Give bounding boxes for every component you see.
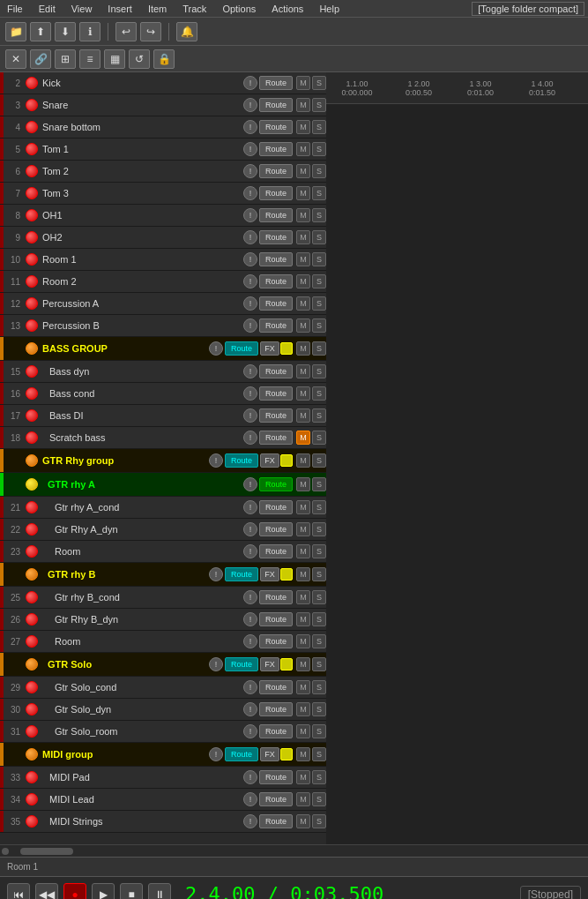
solo-button[interactable]: S <box>312 702 326 716</box>
solo-button[interactable]: S <box>312 230 326 244</box>
solo-button[interactable]: S <box>312 544 326 558</box>
track-record-button[interactable] <box>26 409 38 422</box>
mute-button[interactable]: M <box>296 500 310 514</box>
route-button[interactable]: Route <box>259 76 293 90</box>
solo-button[interactable]: S <box>312 364 326 378</box>
solo-button[interactable]: S <box>312 500 326 514</box>
solo-button[interactable]: S <box>312 408 326 423</box>
menu-track[interactable]: Track <box>179 4 210 14</box>
track-record-button[interactable] <box>26 297 38 310</box>
mute-button[interactable]: M <box>296 186 310 200</box>
route-button[interactable]: Route <box>259 208 293 222</box>
track-record-button[interactable] <box>26 431 38 444</box>
track-record-button[interactable] <box>26 143 38 155</box>
solo-button[interactable]: S <box>312 657 326 671</box>
solo-button[interactable]: S <box>312 318 326 333</box>
track-info-button[interactable]: ! <box>243 702 257 716</box>
toolbar-redo[interactable]: ↪ <box>140 22 161 41</box>
route-button[interactable]: Route <box>259 230 293 244</box>
track-record-button[interactable] <box>26 121 38 133</box>
fx-button[interactable]: FX <box>260 567 279 581</box>
transport-pause[interactable]: ⏸ <box>148 883 171 900</box>
track-record-button[interactable] <box>26 209 38 221</box>
mute-button[interactable]: M <box>296 208 310 222</box>
solo-button[interactable]: S <box>312 252 326 266</box>
track-record-button[interactable] <box>26 815 38 828</box>
mute-button[interactable]: M <box>296 814 310 828</box>
route-button[interactable]: Route <box>225 453 258 468</box>
solo-button[interactable]: S <box>312 341 326 356</box>
mute-button[interactable]: M <box>296 364 310 378</box>
track-info-button[interactable]: ! <box>209 341 223 356</box>
solo-button[interactable]: S <box>312 770 326 784</box>
solo-button[interactable]: S <box>312 208 326 222</box>
toolbar-undo[interactable]: ↩ <box>115 22 137 41</box>
track-record-button[interactable] <box>26 613 38 626</box>
route-button[interactable]: Route <box>259 770 293 784</box>
scroll-left-icon[interactable] <box>2 848 9 855</box>
toolbar-up[interactable]: ⬆ <box>30 22 51 41</box>
track-info-button[interactable]: ! <box>243 98 257 112</box>
mute-button[interactable]: M <box>296 386 310 401</box>
route-button[interactable]: Route <box>259 680 293 694</box>
route-button[interactable]: Route <box>259 814 293 828</box>
menu-help[interactable]: Help <box>316 4 343 14</box>
toolbar2-close[interactable]: ✕ <box>5 49 26 69</box>
mute-button[interactable]: M <box>296 431 310 445</box>
track-record-button[interactable] <box>26 568 38 581</box>
mute-button[interactable]: M <box>296 296 310 311</box>
solo-button[interactable]: S <box>312 431 326 445</box>
solo-button[interactable]: S <box>312 747 326 761</box>
route-button[interactable]: Route <box>259 792 293 806</box>
track-list[interactable]: 2 Kick ! Route M S 3 Snare ! Route M S <box>0 72 326 844</box>
solo-button[interactable]: S <box>312 274 326 288</box>
transport-goto-start[interactable]: ⏮ <box>7 883 30 900</box>
track-info-button[interactable]: ! <box>243 500 257 514</box>
track-record-button[interactable] <box>26 635 38 648</box>
track-record-button[interactable] <box>26 478 38 491</box>
mute-button[interactable]: M <box>296 612 310 626</box>
track-record-button[interactable] <box>26 319 38 332</box>
track-info-button[interactable]: ! <box>243 634 257 648</box>
toolbar2-grid[interactable]: ⊞ <box>55 49 76 69</box>
solo-button[interactable]: S <box>312 634 326 648</box>
route-button[interactable]: Route <box>259 364 293 378</box>
solo-button[interactable]: S <box>312 590 326 604</box>
track-record-button[interactable] <box>26 658 38 671</box>
mute-button[interactable]: M <box>296 274 310 288</box>
route-button[interactable]: Route <box>259 296 293 311</box>
route-button[interactable]: Route <box>259 477 293 491</box>
track-info-button[interactable]: ! <box>243 76 257 90</box>
track-info-button[interactable]: ! <box>243 208 257 222</box>
fx-button[interactable]: FX <box>260 341 279 356</box>
track-info-button[interactable]: ! <box>209 567 223 581</box>
io-button[interactable] <box>280 658 293 671</box>
mute-button[interactable]: M <box>296 98 310 112</box>
route-button[interactable]: Route <box>259 120 293 134</box>
solo-button[interactable]: S <box>312 724 326 738</box>
solo-button[interactable]: S <box>312 567 326 581</box>
route-button[interactable]: Route <box>225 341 258 356</box>
track-record-button[interactable] <box>26 77 38 89</box>
solo-button[interactable]: S <box>312 792 326 806</box>
solo-button[interactable]: S <box>312 296 326 311</box>
mute-button[interactable]: M <box>296 318 310 333</box>
track-record-button[interactable] <box>26 523 38 536</box>
track-record-button[interactable] <box>26 771 38 783</box>
toolbar2-loop[interactable]: ↺ <box>129 49 150 69</box>
track-info-button[interactable]: ! <box>243 186 257 200</box>
route-button[interactable]: Route <box>259 386 293 401</box>
solo-button[interactable]: S <box>312 814 326 828</box>
toolbar2-piano[interactable]: ▦ <box>104 49 125 69</box>
track-info-button[interactable]: ! <box>243 164 257 178</box>
mute-button[interactable]: M <box>296 142 310 156</box>
mute-button[interactable]: M <box>296 164 310 178</box>
track-record-button[interactable] <box>26 591 38 603</box>
mute-button[interactable]: M <box>296 453 310 468</box>
track-record-button[interactable] <box>26 748 38 760</box>
track-info-button[interactable]: ! <box>243 431 257 445</box>
toolbar2-link[interactable]: 🔗 <box>30 49 51 69</box>
track-record-button[interactable] <box>26 681 38 693</box>
track-record-button[interactable] <box>26 703 38 715</box>
route-button[interactable]: Route <box>259 164 293 178</box>
